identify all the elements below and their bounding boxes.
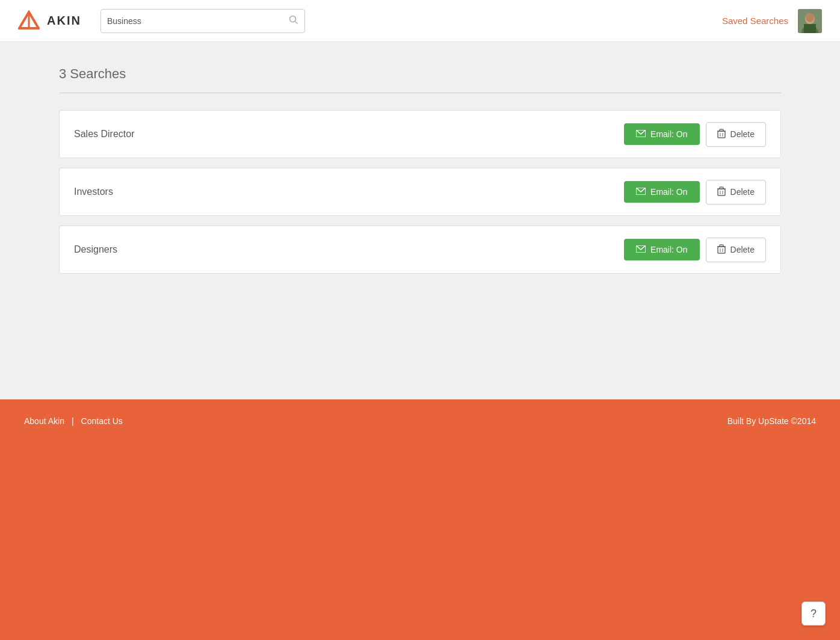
email-on-button-1[interactable]: Email: On (624, 123, 699, 145)
search-card-3: Designers Email: On (59, 226, 781, 274)
avatar-image (798, 9, 822, 33)
search-card-1: Sales Director Email: On (59, 110, 781, 158)
card-actions-3: Email: On Delete (624, 238, 766, 262)
svg-line-3 (295, 21, 297, 23)
svg-rect-23 (718, 247, 725, 253)
saved-searches-link[interactable]: Saved Searches (722, 16, 788, 26)
about-akin-link[interactable]: About Akin (24, 416, 64, 426)
footer: About Akin | Contact Us Built By UpState… (0, 399, 840, 640)
envelope-icon-1 (636, 129, 646, 139)
delete-button-3[interactable]: Delete (706, 238, 766, 262)
trash-icon-1 (717, 129, 726, 140)
divider (59, 93, 781, 93)
search-bar (100, 9, 305, 33)
search-name-3: Designers (74, 244, 117, 255)
header: AKIN Saved Searches (0, 0, 840, 42)
envelope-icon-2 (636, 187, 646, 197)
search-card-2: Investors Email: On (59, 168, 781, 216)
question-mark-icon: ? (811, 608, 817, 620)
trash-icon-3 (717, 244, 726, 256)
main-content: 3 Searches Sales Director Email: On (41, 42, 799, 399)
footer-right: Built By UpState ©2014 (727, 416, 816, 426)
search-input[interactable] (107, 16, 289, 26)
built-by-label: Built By UpState ©2014 (727, 416, 816, 426)
akin-logo-icon (18, 10, 40, 32)
footer-divider: | (72, 416, 74, 426)
card-actions-2: Email: On Delete (624, 180, 766, 205)
help-button[interactable]: ? (801, 602, 826, 626)
trash-icon-2 (717, 186, 726, 198)
email-on-button-3[interactable]: Email: On (624, 239, 699, 260)
svg-rect-9 (804, 24, 816, 33)
header-right: Saved Searches (722, 9, 822, 33)
avatar[interactable] (798, 9, 822, 33)
svg-rect-25 (720, 245, 723, 247)
svg-rect-11 (718, 131, 725, 138)
footer-left: About Akin | Contact Us (24, 416, 123, 426)
delete-button-2[interactable]: Delete (706, 180, 766, 205)
header-left: AKIN (18, 9, 305, 33)
svg-rect-17 (718, 189, 725, 195)
search-name-2: Investors (74, 186, 113, 197)
email-on-button-2[interactable]: Email: On (624, 181, 699, 203)
searches-count-title: 3 Searches (59, 66, 781, 82)
svg-point-2 (289, 16, 295, 22)
search-name-1: Sales Director (74, 129, 134, 140)
svg-rect-13 (720, 129, 723, 131)
card-actions-1: Email: On Delete (624, 122, 766, 147)
svg-point-8 (806, 13, 814, 22)
svg-rect-19 (720, 187, 723, 189)
delete-button-1[interactable]: Delete (706, 122, 766, 147)
contact-us-link[interactable]: Contact Us (81, 416, 123, 426)
envelope-icon-3 (636, 245, 646, 254)
search-icon (289, 15, 298, 27)
logo-text: AKIN (47, 14, 81, 28)
